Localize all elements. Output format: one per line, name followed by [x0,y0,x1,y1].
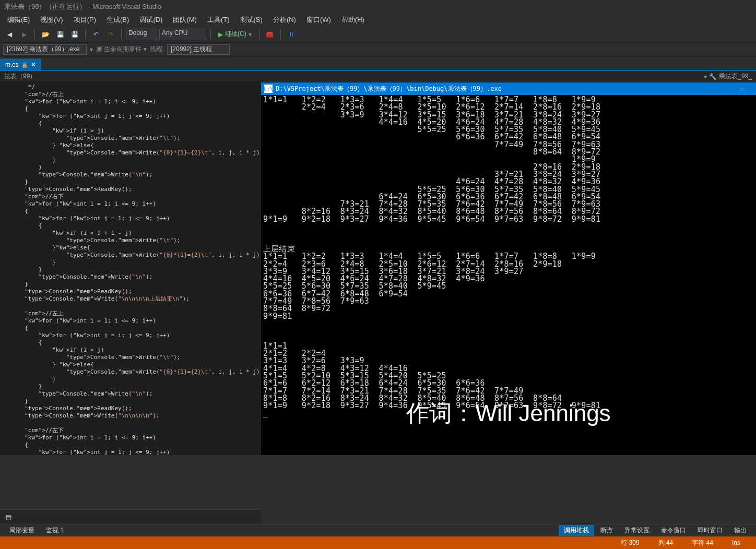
menu-tools[interactable]: 工具(T) [202,14,235,26]
tab-watch1[interactable]: 监视 1 [41,525,69,536]
console-output[interactable]: 1*1=1 1*2=2 1*3=3 1*4=4 1*5=5 1*6=6 1*7=… [261,95,756,418]
window-title: 乘法表（99）（正在运行） - Microsoft Visual Studio [0,0,756,14]
menu-analyze[interactable]: 分析(N) [268,14,301,26]
code-editor[interactable]: */ "com">//右上 "kw">for ("kw">int i = 1; … [0,82,261,455]
console-titlebar[interactable]: C:\ D:\VSProject\乘法表（99）\乘法表（99）\bin\Deb… [261,82,756,95]
status-ins: Ins [723,539,750,546]
debug-toolbar: [23692] 乘法表（99）.exe ▾ ▣ 生命周期事件 ▾ 线程: [20… [0,43,756,56]
status-bar: 行 309 列 44 字符 44 Ins [0,536,756,549]
console-window: C:\ D:\VSProject\乘法表（99）\乘法表（99）\bin\Deb… [261,82,756,455]
thread-dropdown[interactable]: [20992] 主线程 [167,44,230,55]
lifecycle-label: ▣ 生命周期事件 ▾ [96,45,147,54]
tab-output[interactable]: 输出 [729,525,752,536]
status-col: 列 44 [649,539,683,547]
toolbox-icon[interactable]: 🧰 [264,28,276,41]
console-app-icon: C:\ [264,85,273,93]
menu-view[interactable]: 视图(V) [35,14,68,26]
wrench-icon: 🔧 [709,73,717,80]
play-icon: ▶ [218,31,223,38]
pin-icon[interactable]: 🔒 [21,62,28,68]
tab-command[interactable]: 命令窗口 [656,525,691,536]
tab-label: m.cs [5,61,18,68]
menu-team[interactable]: 团队(M) [168,14,202,26]
open-icon[interactable]: 📂 [39,28,52,41]
console-title: D:\VSProject\乘法表（99）\乘法表（99）\bin\Debug\乘… [276,85,732,93]
menu-build[interactable]: 生成(B) [101,14,134,26]
menu-test[interactable]: 测试(S) [235,14,268,26]
main-toolbar: ◀ ▶ 📂 💾 💾 ↶ ↷ Debug Any CPU ▶ 继续(C) ▾ 🧰 … [0,26,756,43]
save-all-icon[interactable]: 💾 [68,28,81,41]
editor-tabs: m.cs 🔒 ✕ [0,56,756,71]
status-char: 字符 44 [682,539,723,547]
status-line: 行 309 [611,539,648,547]
output-dock: ▤ [0,509,261,524]
tab-locals[interactable]: 局部变量 [4,525,40,536]
menubar: 编辑(E) 视图(V) 项目(P) 生成(B) 调试(D) 团队(M) 工具(T… [0,14,756,26]
breadcrumb-left[interactable]: 法表（99） [4,72,36,81]
continue-label: 继续(C) [225,30,246,39]
menu-help[interactable]: 帮助(H) [336,14,370,26]
tab-callstack[interactable]: 调用堆栈 [559,525,594,536]
breadcrumb-right[interactable]: 乘法表_99_ [719,72,752,81]
menu-edit[interactable]: 编辑(E) [2,14,35,26]
menu-debug[interactable]: 调试(D) [134,14,168,26]
menu-window[interactable]: 窗口(W) [301,14,336,26]
minimize-icon[interactable]: — [732,85,753,92]
continue-button[interactable]: ▶ 继续(C) ▾ [215,30,255,39]
bottom-tabs: 局部变量 监视 1 调用堆栈 断点 异常设置 命令窗口 即时窗口 输出 [0,524,756,536]
tab-breakpoints[interactable]: 断点 [595,525,618,536]
config-dropdown[interactable]: Debug [126,29,157,40]
process-dropdown[interactable]: [23692] 乘法表（99）.exe [3,44,87,55]
platform-dropdown[interactable]: Any CPU [159,29,206,40]
undo-icon[interactable]: ↶ [90,28,102,41]
tab-exceptions[interactable]: 异常设置 [619,525,655,536]
save-icon[interactable]: 💾 [54,28,66,41]
pause-icon[interactable]: ⏸ [285,28,298,41]
nav-back-icon[interactable]: ◀ [3,28,16,41]
tab-immediate[interactable]: 即时窗口 [692,525,728,536]
close-icon[interactable]: ✕ [31,61,36,68]
breadcrumb: 法表（99） ▾ 🔧 乘法表_99_ [0,71,756,82]
menu-project[interactable]: 项目(P) [68,14,101,26]
redo-icon[interactable]: ↷ [104,28,117,41]
output-list-icon[interactable]: ▤ [2,511,15,523]
thread-label: 线程: [150,45,164,54]
nav-fwd-icon[interactable]: ▶ [18,28,30,41]
tab-mcs[interactable]: m.cs 🔒 ✕ [0,58,41,70]
